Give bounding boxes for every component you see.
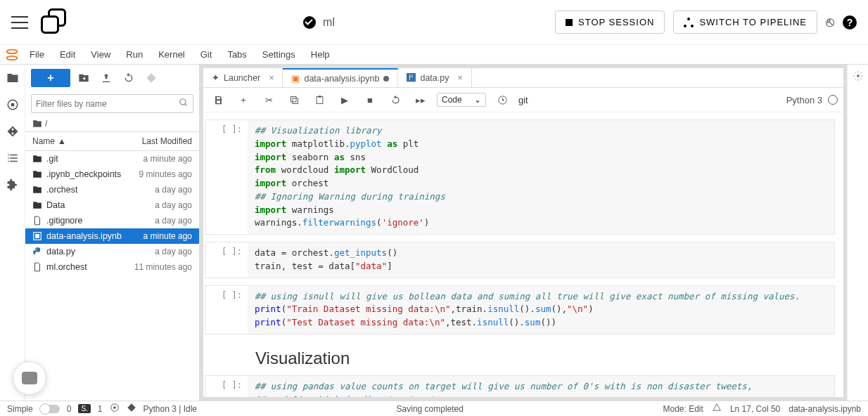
appbar-actions: STOP SESSION SWITCH TO PIPELINE ⎋ ? (555, 11, 857, 34)
cell-content[interactable]: data = orchest.get_inputs() train, test … (248, 242, 834, 278)
menu-file[interactable]: File (24, 46, 50, 63)
breadcrumb[interactable]: / (25, 116, 199, 131)
file-toolbar: + (25, 65, 199, 91)
menu-git[interactable]: Git (195, 46, 218, 63)
svg-rect-11 (318, 96, 321, 98)
cell-content[interactable]: ## using isnull will give us bollean dat… (248, 286, 834, 334)
clock-icon[interactable] (493, 91, 511, 109)
markdown-cell[interactable]: Visualization (205, 342, 835, 375)
file-row[interactable]: Dataa day ago (25, 197, 199, 213)
file-row[interactable]: data-analysis.ipynba minute ago (25, 228, 199, 244)
jigsaw-icon[interactable] (110, 403, 120, 415)
git-toolbar-label[interactable]: git (518, 95, 528, 105)
switch-pipeline-button[interactable]: SWITCH TO PIPELINE (673, 11, 817, 34)
app-logo-icon[interactable] (41, 8, 69, 37)
stop-session-button[interactable]: STOP SESSION (555, 11, 665, 34)
folder-icon (32, 169, 42, 179)
tab-notebook[interactable]: ▣ data-analysis.ipynb (283, 68, 398, 87)
copy-icon[interactable] (285, 91, 303, 109)
filter-input[interactable] (36, 99, 179, 109)
svg-point-15 (113, 406, 116, 409)
save-icon[interactable] (209, 91, 227, 109)
cell-type-select[interactable]: Code ⌄ (437, 93, 486, 107)
file-row[interactable]: .gita minute ago (25, 151, 199, 167)
sort-by-modified[interactable]: Last Modified (142, 136, 192, 146)
logout-icon[interactable]: ⎋ (826, 14, 834, 30)
code-cell[interactable]: [ ]: ## using isnull will give us bollea… (205, 285, 835, 334)
add-cell-icon[interactable]: + (234, 91, 253, 109)
file-name: .orchest (46, 185, 77, 195)
python-icon (32, 247, 42, 256)
property-inspector-icon[interactable] (853, 70, 864, 84)
file-row[interactable]: .gitignorea day ago (25, 213, 199, 228)
python-icon: 🅿 (407, 73, 416, 83)
pipeline-icon (684, 18, 694, 27)
new-launcher-button[interactable]: + (31, 69, 70, 87)
folder-icon (32, 154, 42, 164)
sort-by-name[interactable]: Name ▲ (32, 136, 66, 146)
run-icon[interactable]: ▶ (336, 91, 354, 109)
tab-launcher[interactable]: ✦ Launcher × (203, 68, 283, 87)
cut-icon[interactable]: ✂ (260, 91, 278, 109)
kernel-name[interactable]: Python 3 (786, 95, 822, 105)
svg-point-1 (7, 56, 18, 60)
refresh-icon[interactable] (120, 69, 138, 87)
menu-icon[interactable] (11, 14, 28, 31)
jupyter-logo-icon (4, 47, 20, 63)
notebook-body[interactable]: [ ]: ## Visualization library import mat… (203, 112, 843, 397)
menu-settings[interactable]: Settings (257, 46, 301, 63)
file-row[interactable]: .orchesta day ago (25, 182, 199, 197)
stop-session-label: STOP SESSION (578, 17, 654, 27)
file-modified: a minute ago (143, 231, 192, 241)
git-tab-icon[interactable] (6, 125, 19, 138)
close-icon[interactable]: × (457, 73, 462, 83)
cell-content[interactable]: ## Visualization library import matplotl… (248, 120, 834, 234)
file-modified: 11 minutes ago (134, 262, 192, 272)
file-name: .gitignore (46, 216, 82, 226)
unsaved-dot-icon (383, 76, 389, 82)
current-file[interactable]: data-analysis.ipynb (789, 404, 861, 414)
toc-tab-icon[interactable] (6, 152, 19, 164)
code-cell[interactable]: [ ]: ## using pandas value counts on tar… (205, 375, 835, 397)
folder-tab-icon[interactable] (6, 72, 19, 84)
menu-view[interactable]: View (85, 46, 116, 63)
cell-prompt: [ ]: (205, 120, 248, 234)
menu-kernel[interactable]: Kernel (153, 46, 191, 63)
extensions-tab-icon[interactable] (6, 178, 19, 191)
menu-run[interactable]: Run (120, 46, 148, 63)
cell-content[interactable]: ## using pandas value counts on target w… (248, 376, 834, 397)
running-tab-icon[interactable] (6, 98, 19, 111)
menu-edit[interactable]: Edit (54, 46, 81, 63)
paste-icon[interactable] (310, 91, 328, 109)
file-row[interactable]: ml.orchest11 minutes ago (25, 259, 199, 275)
git-refresh-icon[interactable] (142, 69, 160, 87)
intercom-button[interactable] (13, 361, 46, 395)
kernel-status-label[interactable]: Python 3 | Idle (143, 404, 198, 414)
code-cell[interactable]: [ ]: ## Visualization library import mat… (205, 119, 835, 235)
git-status-icon[interactable] (127, 403, 136, 415)
help-icon[interactable]: ? (843, 15, 857, 30)
close-icon[interactable]: × (269, 73, 274, 83)
menu-tabs[interactable]: Tabs (222, 46, 252, 63)
kernel-count[interactable]: 1 (98, 404, 103, 414)
upload-icon[interactable] (97, 69, 115, 87)
editor-mode[interactable]: Mode: Edit (663, 404, 703, 414)
cursor-position[interactable]: Ln 17, Col 50 (730, 404, 780, 414)
restart-run-all-icon[interactable]: ▸▸ (411, 91, 430, 109)
sort-asc-icon: ▲ (58, 136, 66, 146)
menu-help[interactable]: Help (305, 46, 336, 63)
tab-python-file[interactable]: 🅿 data.py × (398, 68, 471, 87)
new-folder-icon[interactable] (75, 69, 93, 87)
kernel-status-icon[interactable] (828, 95, 838, 105)
restart-icon[interactable] (386, 91, 404, 109)
file-row[interactable]: .ipynb_checkpoints9 minutes ago (25, 167, 199, 182)
file-row[interactable]: data.pya day ago (25, 244, 199, 259)
cell-prompt: [ ]: (205, 376, 248, 397)
lsp-badge[interactable]: S. (78, 404, 90, 413)
interrupt-icon[interactable]: ■ (361, 91, 379, 109)
simple-mode-toggle[interactable] (40, 405, 60, 413)
terminal-count[interactable]: 0 (67, 404, 72, 414)
code-cell[interactable]: [ ]: data = orchest.get_inputs() train, … (205, 242, 835, 278)
notification-icon[interactable] (712, 403, 722, 415)
appbar-center: ml (83, 16, 555, 29)
